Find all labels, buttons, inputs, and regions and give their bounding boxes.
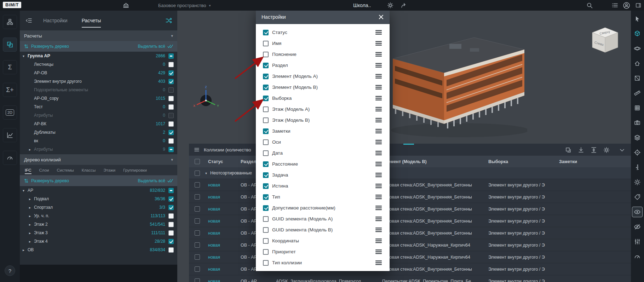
table-settings-gear-icon[interactable] <box>602 146 611 154</box>
column-checkbox[interactable] <box>263 150 269 156</box>
column-checkbox[interactable] <box>263 30 269 35</box>
column-checkbox[interactable] <box>263 41 269 46</box>
2d-view-icon[interactable]: 2D <box>3 105 17 120</box>
tree-row[interactable]: АР 832/832 <box>20 186 177 195</box>
column-toggle-row[interactable]: Тип <box>256 191 390 202</box>
column-checkbox[interactable] <box>263 74 269 79</box>
home-view-icon[interactable] <box>632 58 643 69</box>
axis-gizmo[interactable]: Z X Y <box>191 84 221 114</box>
tree-row[interactable]: Подозрительные элементы 0 <box>20 86 177 94</box>
row-checkbox[interactable] <box>195 206 200 212</box>
column-checkbox[interactable] <box>263 227 269 233</box>
download-icon[interactable] <box>577 146 585 154</box>
section-box-icon[interactable] <box>632 73 643 84</box>
calc-section-caret-icon[interactable]: ▾ <box>171 34 173 38</box>
row-checkbox[interactable] <box>195 278 200 282</box>
column-toggle-row[interactable]: Задача <box>256 169 390 180</box>
expand-tree-icon[interactable] <box>23 44 29 49</box>
drag-handle-icon[interactable] <box>375 74 382 79</box>
drag-handle-icon[interactable] <box>375 129 382 133</box>
drag-handle-icon[interactable] <box>375 41 382 46</box>
column-toggle-row[interactable]: Элемент (Модель B) <box>256 82 390 93</box>
tree-row-checkbox[interactable] <box>168 79 174 84</box>
group-caret-icon[interactable] <box>205 171 210 175</box>
layers-icon[interactable] <box>632 132 643 143</box>
column-toggle-row[interactable]: Пояснение <box>256 49 390 60</box>
model-tree-icon[interactable] <box>3 15 17 29</box>
column-checkbox[interactable] <box>263 96 269 101</box>
expand-tree-link[interactable]: Развернуть дерево <box>31 44 69 49</box>
tree-row-checkbox[interactable] <box>168 213 174 219</box>
column-vyborka[interactable]: Выборка <box>485 159 556 164</box>
orbit-icon[interactable] <box>632 43 643 54</box>
select-all-link[interactable]: Выделить всё <box>138 178 165 183</box>
column-toggle-row[interactable]: Истина <box>256 180 390 191</box>
copy-icon[interactable] <box>564 146 573 154</box>
column-checkbox[interactable] <box>263 238 269 244</box>
table-row[interactable]: новая ОВ - АР Базовая стена:ADSK_Внутрен… <box>189 263 631 275</box>
visibility-eye-icon[interactable] <box>632 207 643 217</box>
collision-tab[interactable]: Слои <box>39 165 49 175</box>
collision-section-header[interactable]: Дерево коллизий ▾ <box>20 154 177 165</box>
drag-handle-icon[interactable] <box>375 30 382 35</box>
tree-row-checkbox[interactable] <box>168 62 174 67</box>
collision-tab[interactable]: Системы <box>57 165 74 175</box>
column-checkbox[interactable] <box>263 172 269 178</box>
tree-row-checkbox[interactable] <box>168 239 174 244</box>
sum-add-icon[interactable]: Σ+ <box>3 83 17 97</box>
column-toggle-row[interactable]: Этаж (Модель A) <box>256 104 390 115</box>
collapse-panel-icon[interactable] <box>25 16 33 25</box>
select-cursor-icon[interactable] <box>632 13 643 24</box>
tree-row-checkbox[interactable] <box>168 147 174 152</box>
workspace-selector[interactable]: Базовое пространство ▾ <box>158 0 211 11</box>
expand-tree-link[interactable]: Развернуть дерево <box>31 178 69 183</box>
grid-icon[interactable] <box>632 103 643 113</box>
tree-row-checkbox[interactable] <box>168 247 174 253</box>
tree-caret-icon[interactable] <box>23 54 28 58</box>
tree-row-checkbox[interactable] <box>168 188 174 193</box>
tree-caret-icon[interactable] <box>29 197 34 201</box>
tree-caret-icon[interactable] <box>23 189 28 192</box>
view-cube[interactable]: Сверху Слева <box>590 25 620 55</box>
gauge-tool-icon[interactable] <box>632 251 643 262</box>
table-row[interactable]: новая ОВ - АР ADSK_ЗаглушкаВоздуховода_П… <box>189 275 631 282</box>
tree-row[interactable]: Этаж 2 541/541 <box>20 220 177 229</box>
tree-caret-icon[interactable] <box>29 148 34 151</box>
collision-tab[interactable]: Группировки <box>123 165 147 175</box>
tree-caret-icon[interactable] <box>29 223 34 226</box>
column-checkbox[interactable] <box>263 139 269 145</box>
modal-header[interactable]: Настройки <box>256 10 390 24</box>
drag-handle-icon[interactable] <box>375 238 382 243</box>
search-icon[interactable] <box>586 1 593 9</box>
column-toggle-row[interactable]: Оси <box>256 137 390 148</box>
drag-handle-icon[interactable] <box>375 217 382 221</box>
table-row[interactable]: новая ОВ - АР Базовая стена:ADSK_Внутрен… <box>189 227 631 239</box>
drag-handle-icon[interactable] <box>375 140 382 144</box>
column-checkbox[interactable] <box>263 107 269 112</box>
tree-row-checkbox[interactable] <box>168 205 174 210</box>
drag-handle-icon[interactable] <box>375 107 382 111</box>
building-model[interactable] <box>386 31 527 141</box>
row-checkbox[interactable] <box>195 218 200 224</box>
table-row[interactable]: новая ОВ - АР Базовая стена:ADSK_Внутрен… <box>189 179 631 191</box>
target-center-icon[interactable] <box>632 147 643 158</box>
tree-row-checkbox[interactable] <box>168 87 174 93</box>
column-checkbox[interactable] <box>263 194 269 200</box>
tree-caret-icon[interactable] <box>29 231 34 235</box>
column-status[interactable]: Статус <box>205 159 238 164</box>
row-height-icon[interactable] <box>590 146 598 154</box>
drag-handle-icon[interactable] <box>375 162 382 166</box>
tree-caret-icon[interactable] <box>23 248 28 252</box>
row-checkbox[interactable] <box>195 230 200 236</box>
column-toggle-row[interactable]: Имя <box>256 38 390 49</box>
tree-row[interactable]: ОВ 834/834 <box>20 246 177 254</box>
table-row[interactable]: новая ОВ - АР Базовая стена:ADSK_Внутрен… <box>189 191 631 203</box>
tree-row[interactable]: Группа АР 2866 <box>20 52 177 60</box>
table-menu-icon[interactable] <box>192 145 201 154</box>
help-button[interactable]: ? <box>5 265 15 276</box>
drag-handle-icon[interactable] <box>375 85 382 90</box>
tree-row[interactable]: Ур. ч. п. 113/113 <box>20 212 177 220</box>
drag-handle-icon[interactable] <box>375 151 382 155</box>
drag-handle-icon[interactable] <box>375 260 382 265</box>
row-checkbox[interactable] <box>195 182 200 188</box>
